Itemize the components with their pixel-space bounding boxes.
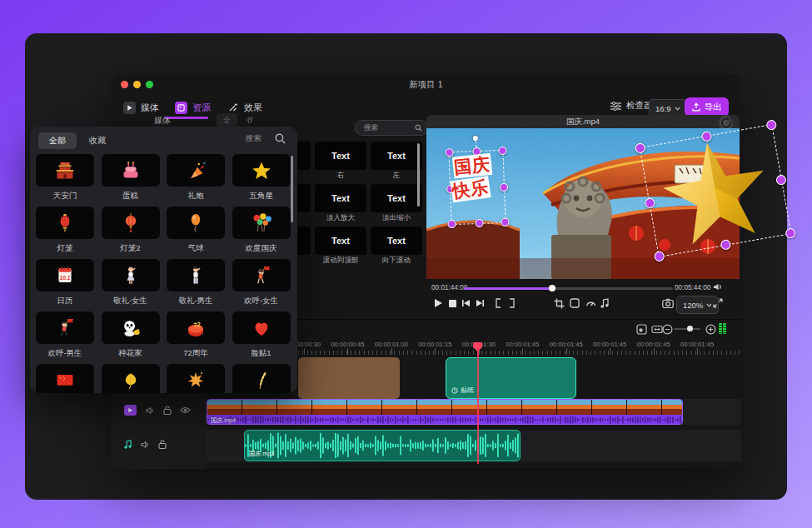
next-frame-button[interactable] <box>473 296 486 310</box>
sticker-panel-scrollbar[interactable] <box>291 156 293 222</box>
sticker-thumbnail[interactable] <box>232 311 291 344</box>
speed-gauge-icon[interactable] <box>584 296 597 310</box>
ruler-timestamp: 00:00:01:45 <box>672 341 722 348</box>
text-preset-card[interactable]: Text <box>315 227 366 255</box>
ruler-tick <box>391 348 392 355</box>
sticker-thumbnail[interactable] <box>36 311 94 344</box>
sticker-thumbnail[interactable] <box>232 364 291 393</box>
total-time: 00:05:44:00 <box>675 284 710 291</box>
sticker-thumbnail[interactable] <box>167 259 225 291</box>
sticker-item: 灯笼 <box>36 207 94 259</box>
seekbar: 00:01:44:00 00:05:44:00 <box>425 282 741 294</box>
sticker-thumbnail[interactable] <box>232 259 291 291</box>
snap-icon[interactable] <box>635 322 648 336</box>
sticker-thumbnail[interactable] <box>102 154 160 187</box>
sticker-clip-selected[interactable]: 贴纸 <box>446 357 576 399</box>
ruler-timestamp: 00:00:01:45 <box>541 341 591 348</box>
sticker-item <box>232 364 291 393</box>
sticker-item: 欢呼-男生 <box>36 311 94 364</box>
text-preset-card[interactable]: Text <box>371 184 422 212</box>
sticker-thumbnail[interactable]: 72 <box>167 311 225 344</box>
playhead-line[interactable] <box>477 349 479 464</box>
tab-resources[interactable]: 资源 <box>175 98 211 117</box>
svg-text:10.1: 10.1 <box>60 275 71 281</box>
mute-track-icon[interactable] <box>145 406 155 415</box>
stop-button[interactable] <box>446 296 459 310</box>
text-preset-label: 滚动到顶部 <box>315 255 366 266</box>
audio-clip[interactable]: 国庆.mp3 <box>244 430 521 461</box>
sticker-tab-favorites[interactable]: 收藏 <box>78 132 117 149</box>
text-preset-item: Text左 <box>371 142 422 182</box>
filmstrip-thumb <box>557 400 592 415</box>
video-clip-label: 国庆.mp4 <box>211 416 236 425</box>
sticker-tab-all[interactable]: 全部 <box>38 132 77 149</box>
zoom-in-icon[interactable] <box>704 322 717 336</box>
slider-knob[interactable] <box>687 326 693 331</box>
text-search-input[interactable]: 搜索 <box>355 120 428 136</box>
video-track-icon <box>124 405 137 416</box>
mute-track-icon[interactable] <box>140 441 150 449</box>
lock-track-icon[interactable] <box>163 406 172 415</box>
export-button[interactable]: 导出 <box>685 97 729 117</box>
ruler-timestamp: 00:00:01:45 <box>585 341 635 348</box>
crop-icon[interactable] <box>552 296 565 310</box>
mark-out-button[interactable] <box>505 296 518 310</box>
seek-knob[interactable] <box>549 285 555 291</box>
play-button[interactable] <box>431 296 445 310</box>
ruler-tick <box>654 348 655 355</box>
snapshot-camera-icon[interactable] <box>661 296 675 310</box>
text-preset-card[interactable]: Text <box>315 184 366 212</box>
text-preset-card[interactable]: Text <box>371 142 422 170</box>
sticker-thumbnail[interactable] <box>36 154 94 187</box>
sticker-item-label: 蛋糕 <box>102 187 160 205</box>
star-element-selection[interactable] <box>640 124 792 257</box>
sticker-thumbnail[interactable] <box>102 259 160 291</box>
overlay-clip-brown[interactable] <box>298 357 400 399</box>
sticker-thumbnail[interactable] <box>167 154 225 187</box>
text-panel-scrollbar[interactable] <box>417 143 420 207</box>
tab-media[interactable]: 媒体 <box>123 98 159 117</box>
sticker-thumbnail[interactable] <box>36 364 94 393</box>
video-clip[interactable]: 国庆.mp4 <box>207 399 683 425</box>
text-overlay-selection[interactable]: 国庆 快乐 <box>448 150 506 225</box>
zoom-out-icon[interactable] <box>660 322 674 336</box>
hide-track-icon[interactable] <box>180 406 191 414</box>
lock-track-icon[interactable] <box>158 440 167 449</box>
text-preset-card[interactable]: Text <box>371 227 422 255</box>
fullscreen-icon[interactable] <box>711 296 725 310</box>
volume-icon[interactable] <box>712 282 723 291</box>
rotation-handle[interactable] <box>472 136 477 141</box>
media-tab-all[interactable]: 全部 <box>217 113 237 127</box>
sticker-item: 五角星 <box>232 154 291 207</box>
sticker-item: 敬礼-女生 <box>102 259 160 311</box>
sticker-thumbnail[interactable] <box>232 154 291 187</box>
audio-meter-icon[interactable] <box>719 323 726 334</box>
video-track-header <box>124 405 191 416</box>
sticker-thumbnail[interactable] <box>167 207 225 239</box>
timeline-zoom-slider[interactable] <box>674 328 700 330</box>
filmstrip-thumb <box>207 400 242 415</box>
seek-track[interactable] <box>464 287 673 290</box>
inspector-toggle[interactable]: 检查器 <box>610 100 653 112</box>
sticker-search-input[interactable]: 搜索 <box>246 133 286 144</box>
sticker-thumbnail[interactable] <box>102 207 160 239</box>
sticker-grid: 天安门蛋糕礼炮五角星灯笼灯笼2气球欢度国庆10.1日历敬礼-女生敬礼-男生欢呼-… <box>36 154 291 393</box>
sticker-thumbnail[interactable] <box>102 311 160 344</box>
gold-star-element[interactable] <box>654 132 776 250</box>
ruler-timestamp: 00:00:01:15 <box>410 341 460 348</box>
prev-frame-button[interactable] <box>459 296 472 310</box>
stage: 新项目 1 媒体 资源 效果 <box>0 0 812 528</box>
text-preset-card[interactable]: Text <box>315 142 366 170</box>
sticker-thumbnail[interactable] <box>232 207 291 239</box>
sticker-thumbnail[interactable] <box>36 207 94 239</box>
text-preset-item: Text淡入放大 <box>315 184 366 225</box>
sticker-thumbnail[interactable] <box>167 364 225 393</box>
frame-icon[interactable] <box>568 296 581 310</box>
music-note-icon[interactable] <box>598 296 611 310</box>
mark-in-button[interactable] <box>491 296 505 310</box>
overlay-text-line1: 国庆 <box>452 153 492 179</box>
rotate-icon[interactable] <box>719 115 735 131</box>
sticker-thumbnail[interactable]: 10.1 <box>36 259 94 291</box>
clock-icon <box>451 387 458 394</box>
sticker-thumbnail[interactable] <box>102 364 160 393</box>
